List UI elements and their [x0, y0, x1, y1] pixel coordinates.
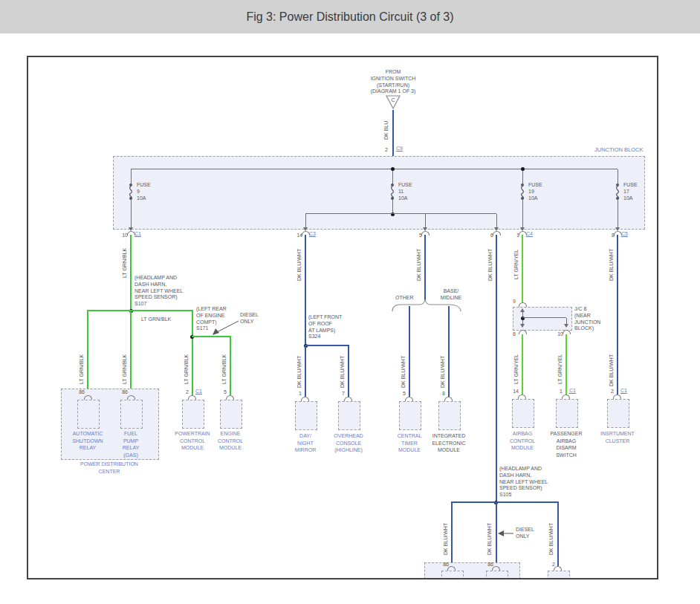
wire-label-lt-grn-yel: LT GRN/YEL [557, 348, 564, 391]
fuse-19-icon [518, 183, 527, 201]
pin-number: 2 [542, 562, 555, 567]
component-box-clipped [486, 571, 508, 579]
wire-stub [618, 200, 618, 227]
splice-s324-note: (LEFT FRONT OF ROOF AT LAMPS) S324 [308, 314, 342, 340]
connector-label: C1 [620, 388, 627, 393]
arrow-down-icon [564, 324, 568, 328]
pin-number: 8 [601, 233, 615, 238]
component-label: OVERHEAD CONSOLE (HIGHLINE) [323, 432, 375, 454]
splice-s105-note: (HEADLAMP AND DASH HARN, NEAR LEFT WHEEL… [499, 466, 548, 499]
wire-lt-grn-blk [230, 336, 231, 395]
component-label: AUTOMATIC SHUTDOWN RELAY [65, 430, 110, 452]
component-label: ENGINE CONTROL MODULE [204, 430, 256, 452]
wire-label-lt-grn-blk: LT GRN/BLK [122, 348, 129, 391]
wire-dk-blu-wht [451, 501, 453, 566]
wire-label-dk-blu-wht: DK BLU/WHT [609, 245, 615, 284]
component-label: FUEL PUMP RELAY (GAS) [108, 430, 153, 458]
pin-number: 6 [480, 233, 493, 238]
component-box-clipped [548, 571, 570, 579]
wire-label-dk-blu-wht: DK BLU/WHT [401, 351, 407, 392]
component-box-airbag-control-module [512, 399, 534, 428]
off-page-connector-triangle-icon: C [384, 94, 402, 110]
connector-label-c9: C9 [396, 146, 403, 151]
diagram-canvas: FROM IGNITION SWITCH (START/RUN) (DIAGRA… [27, 56, 658, 579]
wire-stub [131, 169, 132, 184]
wire-lt-grn-blk [130, 235, 132, 311]
diagram-frame: FROM IGNITION SWITCH (START/RUN) (DIAGRA… [27, 56, 658, 579]
fuse-9-label: FUSE910A [137, 182, 151, 201]
wire-label-dk-blu-wht: DK BLU/WHT [548, 519, 555, 559]
connector-label: C1 [569, 388, 576, 393]
wire-dk-blu-wht [305, 235, 306, 346]
branch-brace-icon [389, 297, 464, 314]
component-box-overhead-console [338, 401, 360, 430]
component-box-clipped [441, 571, 464, 579]
pin-number: 86 [114, 389, 128, 394]
pin-number: 5 [213, 389, 227, 394]
wire-lt-grn-yel [522, 334, 523, 394]
connector-label: C3 [309, 231, 316, 236]
wire-stub [618, 169, 618, 184]
component-box-passenger-airbag-disarm-switch [556, 399, 578, 428]
component-label: INSRTUMENT CLUSTER [592, 430, 644, 444]
wire-label-lt-grn-blk: LT GRN/BLK [79, 348, 85, 391]
wire-stub [522, 169, 523, 184]
wire-label-lt-grn-blk: LT GRN/BLK [221, 348, 228, 391]
wire-label-dk-blu-wht: DK BLU/WHT [487, 519, 493, 559]
wire-dk-blu-wht [348, 345, 349, 397]
power-distribution-center-label: POWER DISTRIBUTION CENTER [65, 461, 154, 475]
component-box-powertrain-control-module [182, 400, 204, 429]
bus-line [131, 169, 618, 169]
wire-stub [131, 200, 132, 227]
wire-stub [305, 214, 306, 227]
fuse-17-label: FUSE1710A [623, 182, 638, 201]
pin-number: 86 [71, 389, 85, 394]
wire-dk-blu-wht [448, 306, 450, 397]
wire-lt-grn-yel [522, 235, 523, 303]
pin-number: 14 [289, 233, 302, 238]
wire-dk-blu-wht [305, 346, 306, 397]
pin-number: 86 [435, 562, 449, 567]
wire-lt-grn-blk [192, 310, 193, 395]
pin-number: 8 [432, 391, 445, 396]
wire-dk-blu-wht [409, 306, 410, 397]
wire-label-lt-grn-blk: LT GRN/BLK [122, 244, 129, 282]
wire-dk-blu-wht [424, 235, 426, 300]
component-label: PASSENGER AIRBAG DISARM SWITCH [540, 430, 592, 458]
jc8-note: J/C 8 (NEAR JUNCTION BLOCK) [574, 306, 600, 332]
wire-stub [392, 169, 393, 184]
wire-label-dk-blu-wht: DK BLU/WHT [609, 349, 615, 391]
pin-number: 1 [288, 391, 302, 396]
pin-number: 9 [502, 299, 516, 304]
component-label: INTEGRATED ELECTRONIC MODULE [421, 432, 477, 454]
wire-label-dk-blu: DK BLU [383, 114, 390, 147]
diesel-only-note: DIESEL ONLY [240, 312, 259, 325]
connector-letter: C [391, 97, 395, 103]
wire-label-lt-grn-yel: LT GRN/YEL [513, 348, 520, 391]
wire-label-dk-blu-wht: DK BLU/WHT [416, 245, 423, 284]
wire-label-lt-grn-blk: LT GRN/BLK [141, 316, 171, 322]
component-box-day-night-mirror [295, 401, 317, 430]
wire-dk-blu [392, 110, 394, 157]
diesel-only-arrow-icon [497, 529, 515, 538]
connector-label: C5 [621, 231, 628, 236]
pin-number: 8 [502, 331, 516, 337]
component-box-central-timer-module [399, 401, 421, 430]
diesel-only-arrow-icon [211, 318, 241, 337]
wire-label-dk-blu-wht: DK BLU/WHT [440, 351, 447, 392]
wire-lt-grn-yel [565, 334, 567, 394]
pin-number: 1 [506, 233, 519, 238]
connector-label: C1 [135, 231, 141, 236]
arrow-up-icon [520, 308, 525, 312]
splice-s107-note: (HEADLAMP AND DASH HARN, NEAR LEFT WHEEL… [135, 275, 183, 308]
wire-dk-blu-wht [496, 235, 497, 503]
fuse-11-label: FUSE1110A [398, 182, 412, 201]
wire-dk-blu-wht [451, 501, 559, 503]
wire-label-dk-blu-wht: DK BLU/WHT [296, 351, 303, 392]
pin-number: 1 [549, 389, 563, 394]
connector-label: C4 [526, 231, 533, 236]
pin-number: 86 [480, 562, 493, 567]
figure-title-bar: Fig 3: Power Distribution Circuit (3 of … [0, 0, 700, 33]
wire-stub [522, 200, 523, 227]
wire-stub [425, 214, 426, 227]
